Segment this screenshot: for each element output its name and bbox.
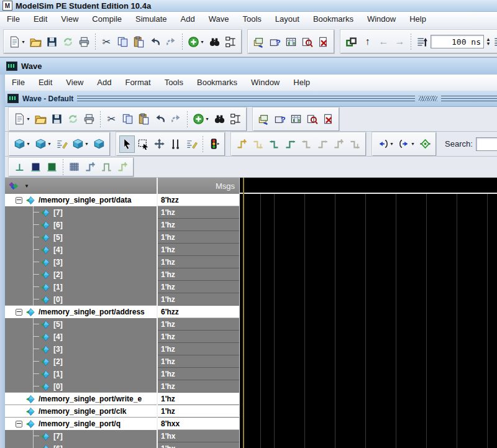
wave-pane-header[interactable]: Wave - Default [5, 91, 497, 107]
menu-item[interactable]: Format [118, 75, 157, 90]
table-row[interactable]: /memory_single_port/q 8'hxx [5, 418, 239, 430]
table-row[interactable]: [6] 1'hx [5, 442, 239, 448]
signal-value-cell[interactable]: 8'hzz [157, 194, 239, 206]
signal-name-cell[interactable]: [7] [5, 206, 157, 219]
wave-cube-orange-icon[interactable]: ▼ [33, 135, 53, 153]
print-icon[interactable] [81, 111, 97, 128]
collapse-time-icon[interactable]: ▼ [375, 135, 396, 153]
add-selected-icon[interactable]: ▼ [191, 111, 211, 128]
up-level-icon[interactable]: ↑ [360, 33, 375, 50]
next-rising-edge-icon[interactable] [347, 135, 363, 153]
signal-value-cell[interactable]: 1'hz [157, 268, 239, 281]
menu-item[interactable]: Simulate [129, 12, 174, 27]
signal-value-cell[interactable]: 1'hz [157, 355, 239, 368]
signal-name-cell[interactable]: [6] [5, 442, 157, 448]
cut-icon[interactable]: ✂ [104, 111, 119, 128]
compile-icon[interactable] [256, 111, 271, 128]
compile-all-icon[interactable] [272, 111, 288, 128]
traffic-light-icon[interactable] [206, 135, 222, 153]
signal-name-cell[interactable]: [5] [5, 231, 157, 244]
find-icon[interactable] [212, 111, 227, 128]
select-mode-icon[interactable] [119, 135, 135, 153]
name-column-header[interactable]: ▼ [5, 178, 157, 194]
signal-value-cell[interactable]: 1'hx [157, 430, 239, 442]
table-row[interactable]: [2] 1'hz [5, 268, 239, 281]
signal-value-cell[interactable]: 1'hz [157, 281, 239, 293]
menu-item[interactable]: View [54, 12, 85, 27]
forward-icon[interactable]: → [392, 33, 408, 50]
format-pulse-icon[interactable] [99, 158, 114, 176]
menu-item[interactable]: Window [244, 75, 286, 90]
format-rise-icon[interactable] [83, 158, 98, 176]
signal-name-cell[interactable]: [4] [5, 244, 157, 256]
table-row[interactable]: [4] 1'hz [5, 244, 239, 256]
format-event-icon[interactable] [44, 158, 60, 176]
table-row[interactable]: [1] 1'hz [5, 281, 239, 293]
menu-item[interactable]: Help [403, 12, 433, 27]
link-windows-icon[interactable] [344, 33, 359, 50]
find-icon[interactable] [207, 33, 222, 50]
format-literal-icon[interactable] [12, 158, 27, 176]
compile-all-icon[interactable] [267, 33, 283, 50]
menu-item[interactable]: Tools [158, 75, 190, 90]
signal-name-cell[interactable]: [2] [5, 268, 157, 281]
chevron-down-icon[interactable]: ▼ [24, 183, 29, 189]
wave-export-icon[interactable] [91, 135, 107, 153]
menu-item[interactable]: Tools [235, 12, 268, 27]
table-row[interactable]: [3] 1'hz [5, 256, 239, 268]
signal-value-cell[interactable]: 1'hz [157, 380, 239, 393]
open-icon[interactable] [33, 111, 48, 128]
examine-icon[interactable] [304, 111, 320, 128]
menu-item[interactable]: Bookmarks [306, 12, 360, 27]
signals-group-icon[interactable] [9, 181, 18, 191]
wave-edit-icon[interactable] [54, 135, 70, 153]
signal-name-cell[interactable]: [4] [5, 331, 157, 343]
menu-item[interactable]: Compile [85, 12, 129, 27]
run-length-field[interactable]: 100 ns [431, 35, 484, 48]
table-row[interactable]: /memory_single_port/write_e 1'hz [5, 393, 239, 405]
table-row[interactable]: [5] 1'hz [5, 318, 239, 331]
table-row[interactable]: /memory_single_port/clk 1'hz [5, 405, 239, 418]
signal-value-cell[interactable]: 1'hz [157, 293, 239, 306]
signal-value-cell[interactable]: 1'hz [157, 368, 239, 380]
msgs-column-header[interactable]: Msgs [157, 178, 239, 194]
table-row[interactable]: [7] 1'hz [5, 206, 239, 219]
signal-name-cell[interactable]: [0] [5, 380, 157, 393]
menu-item[interactable]: Layout [268, 12, 306, 27]
menu-item[interactable]: Edit [27, 12, 54, 27]
simulate-icon[interactable] [283, 33, 299, 50]
signal-name-cell[interactable]: [3] [5, 343, 157, 355]
collapse-expander-icon[interactable] [16, 421, 22, 427]
edit-mode-icon[interactable] [184, 135, 199, 153]
copy-icon[interactable] [120, 111, 135, 128]
delete-cursor-icon[interactable] [250, 135, 266, 153]
signal-value-cell[interactable]: 1'hz [157, 331, 239, 343]
table-row[interactable]: [4] 1'hz [5, 331, 239, 343]
new-file-icon[interactable]: ▼ [12, 111, 32, 128]
search-input[interactable] [476, 137, 497, 151]
insert-cursor-icon[interactable] [234, 135, 250, 153]
collapse-expander-icon[interactable] [16, 197, 22, 204]
menu-item[interactable]: Add [174, 12, 202, 27]
undo-icon[interactable] [147, 33, 163, 50]
print-icon[interactable] [76, 33, 92, 50]
signal-value-cell[interactable]: 1'hz [157, 343, 239, 355]
table-row[interactable]: [1] 1'hz [5, 368, 239, 380]
prev-falling-edge-icon[interactable] [299, 135, 314, 153]
quit-simulation-icon[interactable] [316, 33, 331, 50]
signal-value-cell[interactable]: 1'hz [157, 231, 239, 244]
signal-value-cell[interactable]: 1'hz [157, 206, 239, 219]
prev-rising-edge-icon[interactable] [331, 135, 347, 153]
restart-icon[interactable] [414, 33, 430, 50]
menu-item[interactable]: View [59, 75, 90, 90]
next-falling-edge-icon[interactable] [315, 135, 331, 153]
menu-item[interactable]: File [0, 12, 27, 27]
table-row[interactable]: /memory_single_port/data 8'hzz [5, 194, 239, 206]
table-row[interactable]: [5] 1'hz [5, 231, 239, 244]
expand-time-icon[interactable]: ▼ [396, 135, 417, 153]
undo-icon[interactable] [152, 111, 168, 128]
run-icon[interactable] [491, 33, 497, 50]
next-transition-icon[interactable] [283, 135, 298, 153]
redo-icon[interactable] [168, 111, 184, 128]
simulate-icon[interactable] [288, 111, 304, 128]
